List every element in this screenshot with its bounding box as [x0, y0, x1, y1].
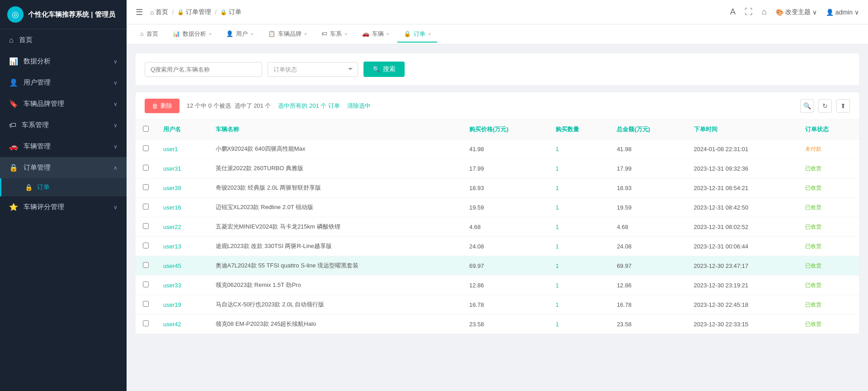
row-checkbox-5[interactable]: [143, 243, 149, 248]
row-checkbox-3[interactable]: [143, 204, 149, 210]
delete-button[interactable]: 🗑 删除: [145, 99, 179, 113]
row-checkbox-1[interactable]: [143, 165, 149, 171]
select-all-link[interactable]: 选中所有的 201 个 订单: [278, 102, 340, 110]
sidebar-item-series[interactable]: 🏷 车系管理 ∨: [0, 114, 127, 136]
table-row: user19 马自达CX-50行也2023款 2.0L 自动领行版 16.78 …: [136, 295, 859, 315]
fullscreen-icon[interactable]: ⛶: [745, 7, 753, 17]
row-checkbox-9[interactable]: [143, 320, 149, 326]
tab-data-analysis[interactable]: 📊 数据分析 ×: [166, 26, 218, 43]
toolbar-refresh-btn[interactable]: ↻: [818, 99, 832, 113]
sidebar-item-rating[interactable]: ⭐ 车辆评分管理 ∨: [0, 196, 127, 218]
toolbar-search-btn[interactable]: 🔍: [800, 99, 814, 113]
sidebar-sub-item-order[interactable]: 🔒 订单: [0, 178, 127, 196]
row-price: 12.86: [462, 276, 548, 295]
tab-vehicle-icon: 🚗: [362, 30, 369, 37]
tab-user-icon: 👤: [226, 30, 233, 37]
topbar-left-section: ☰ ⌂ 首页 / 🔒 订单管理 / 🔒 订单: [136, 7, 241, 17]
home-breadcrumb-icon: ⌂: [150, 9, 154, 16]
hamburger-icon[interactable]: ☰: [136, 7, 143, 17]
row-checkbox-0[interactable]: [143, 145, 149, 151]
row-vehicle-name: 途观L2023款 改款 330TSI 两驱R-Line越享版: [208, 237, 462, 256]
logo-icon: ◎: [7, 6, 24, 23]
table-row: user31 英仕派2022款 260TURBO 典雅版 17.99 1 17.…: [136, 159, 859, 178]
row-vehicle-name: 五菱宏光MINIEV2024款 马卡龙215km 磷酸铁锂: [208, 217, 462, 237]
tab-vehicle-brand[interactable]: 📋 车辆品牌 ×: [262, 26, 313, 43]
row-checkbox-cell: [136, 139, 156, 159]
row-checkbox-2[interactable]: [143, 184, 149, 190]
toolbar-export-btn[interactable]: ⬆: [836, 99, 850, 113]
clear-selection-link[interactable]: 清除选中: [347, 102, 371, 110]
row-checkbox-7[interactable]: [143, 281, 149, 287]
tab-order[interactable]: 🔒 订单 ×: [397, 26, 437, 43]
row-username[interactable]: user22: [156, 217, 208, 237]
tab-close-vehicle[interactable]: ×: [387, 31, 389, 37]
tab-home[interactable]: ⌂ 首页: [134, 26, 165, 43]
row-price: 69.97: [462, 256, 548, 276]
tab-close-brand[interactable]: ×: [304, 31, 307, 37]
row-status: 已收货: [798, 198, 859, 217]
sidebar-sub-order-label: 订单: [37, 183, 50, 191]
row-order-time: 2023-12-30 23:19:21: [687, 276, 798, 295]
row-username[interactable]: user31: [156, 159, 208, 178]
sidebar-item-vehicle-brand[interactable]: 🔖 车辆品牌管理 ∨: [0, 93, 127, 114]
tab-user-label: 用户: [236, 30, 248, 38]
row-quantity: 1: [548, 198, 609, 217]
row-username[interactable]: user1: [156, 139, 208, 159]
tab-vehicle-label: 车辆: [372, 30, 384, 38]
row-status: 已收货: [798, 315, 859, 334]
search-button[interactable]: 🔍 搜索: [363, 62, 405, 77]
lock-icon-2: 🔒: [220, 9, 227, 15]
row-price: 17.99: [462, 159, 548, 178]
row-quantity: 1: [548, 295, 609, 315]
row-checkbox-cell: [136, 315, 156, 334]
sidebar-item-home[interactable]: ⌂ 首页: [0, 29, 127, 51]
tab-vehicle[interactable]: 🚗 车辆 ×: [356, 26, 396, 43]
row-checkbox-4[interactable]: [143, 223, 149, 229]
row-username[interactable]: user16: [156, 198, 208, 217]
trash-icon: 🗑: [152, 103, 158, 110]
sidebar-item-order-management[interactable]: 🔒 订单管理 ∧: [0, 157, 127, 178]
row-checkbox-8[interactable]: [143, 301, 149, 307]
chevron-up-icon: ∧: [113, 165, 118, 171]
row-username[interactable]: user19: [156, 295, 208, 315]
topbar: ☰ ⌂ 首页 / 🔒 订单管理 / 🔒 订单 A ⛶: [127, 0, 868, 24]
data-analysis-icon: 📊: [9, 57, 18, 66]
row-username[interactable]: user45: [156, 256, 208, 276]
search-input[interactable]: [145, 62, 262, 77]
row-checkbox-cell: [136, 217, 156, 237]
select-all-checkbox[interactable]: [143, 126, 149, 132]
row-username[interactable]: user33: [156, 276, 208, 295]
topbar-home-icon[interactable]: ⌂: [762, 7, 767, 17]
tab-close-data-analysis[interactable]: ×: [209, 31, 212, 37]
admin-button[interactable]: 👤 admin ∨: [826, 9, 859, 16]
breadcrumb-home[interactable]: ⌂ 首页: [150, 8, 168, 16]
tab-data-analysis-icon: 📊: [173, 30, 180, 37]
breadcrumb-order[interactable]: 🔒 订单: [220, 8, 241, 16]
tab-close-user[interactable]: ×: [250, 31, 253, 37]
table-row: user13 途观L2023款 改款 330TSI 两驱R-Line越享版 24…: [136, 237, 859, 256]
breadcrumb: ⌂ 首页 / 🔒 订单管理 / 🔒 订单: [150, 8, 241, 16]
tab-bar: ⌂ 首页 📊 数据分析 × 👤 用户 × 📋 车辆品牌 × 🏷 车系 × 🚗 车…: [127, 24, 868, 44]
row-price: 23.58: [462, 315, 548, 334]
sidebar-nav: ⌂ 首页 📊 数据分析 ∨ 👤 用户管理 ∨ 🔖 车辆品牌管理 ∨ 🏷 车系管理…: [0, 29, 127, 391]
breadcrumb-order-mgmt[interactable]: 🔒 订单管理: [177, 8, 211, 16]
tab-close-order[interactable]: ×: [428, 31, 431, 37]
tab-close-series[interactable]: ×: [344, 31, 347, 37]
row-order-time: 2023-12-31 08:42:50: [687, 198, 798, 217]
tab-user[interactable]: 👤 用户 ×: [220, 26, 259, 43]
sidebar-item-vehicle[interactable]: 🚗 车辆管理 ∨: [0, 136, 127, 157]
row-username[interactable]: user39: [156, 178, 208, 198]
order-status-select[interactable]: 订单状态 未付款 已付款 已发货 已收货: [268, 62, 358, 77]
row-vehicle-name: 奇骏2023款 经典版 2.0L 两驱智联舒享版: [208, 178, 462, 198]
tab-series[interactable]: 🏷 车系 ×: [315, 26, 354, 43]
row-username[interactable]: user13: [156, 237, 208, 256]
row-checkbox-6[interactable]: [143, 262, 149, 268]
theme-button[interactable]: 🎨 改变主题 ∨: [776, 8, 817, 16]
sidebar-item-user-management[interactable]: 👤 用户管理 ∨: [0, 72, 127, 93]
row-total: 18.93: [609, 178, 686, 198]
row-status: 已收货: [798, 178, 859, 198]
tab-series-label: 车系: [330, 30, 342, 38]
font-size-icon[interactable]: A: [730, 7, 736, 17]
sidebar-item-data-analysis[interactable]: 📊 数据分析 ∨: [0, 51, 127, 72]
row-username[interactable]: user42: [156, 315, 208, 334]
